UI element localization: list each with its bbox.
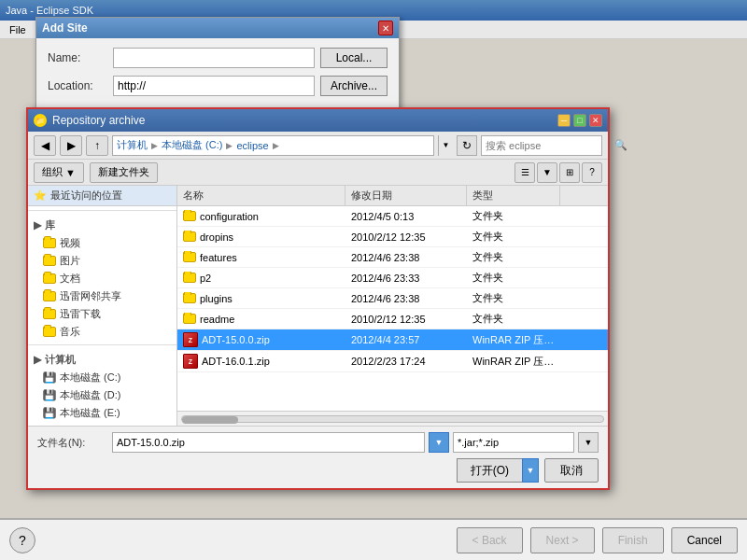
open-button[interactable]: 打开(O) [457, 458, 522, 483]
next-button[interactable]: Next > [530, 527, 595, 553]
horizontal-scrollbar[interactable] [177, 411, 608, 426]
file-cell-date: 2012/4/6 23:33 [345, 272, 467, 285]
filter-value: *.jar;*.zip [458, 437, 499, 448]
file-cell-type: WinRAR ZIP 压缩... [467, 354, 560, 370]
folder-icon [183, 314, 196, 324]
file-name: ADT-15.0.0.zip [202, 334, 270, 345]
maximize-button[interactable]: □ [573, 114, 586, 127]
table-row[interactable]: readme2010/2/12 12:35文件夹 [177, 309, 608, 329]
file-cell-date: 2012/4/4 23:57 [345, 333, 467, 346]
addr-segment-eclipse[interactable]: eclipse [236, 140, 268, 151]
name-input[interactable] [113, 48, 315, 68]
table-row[interactable]: ZADT-15.0.0.zip2012/4/4 23:57WinRAR ZIP … [177, 329, 608, 351]
file-cell-type: 文件夹 [467, 270, 560, 286]
menu-file[interactable]: File [4, 21, 32, 39]
repo-toolbar2: 组织 ▼ 新建文件夹 ☰ ▼ ⊞ ? [28, 160, 608, 186]
zip-icon: Z [183, 332, 198, 347]
search-icon[interactable]: 🔍 [614, 139, 627, 151]
file-cell-name: ZADT-15.0.0.zip [177, 331, 345, 348]
back-button[interactable]: < Back [457, 527, 523, 553]
repo-content: ⭐ 最近访问的位置 ▶ 库 视频 图片 文档 迅雷网邻共享 [28, 186, 608, 426]
left-item-drive-c[interactable]: 💾 本地磁盘 (C:) [28, 369, 176, 386]
scrollbar-thumb[interactable] [182, 416, 238, 424]
view-details-button[interactable]: ⊞ [559, 162, 580, 183]
eclipse-bottom-bar: ? < Back Next > Finish Cancel [0, 518, 747, 560]
left-item-music[interactable]: 音乐 [28, 323, 176, 341]
addr-segment-computer[interactable]: 计算机 [117, 138, 148, 152]
organize-label: 组织 [42, 165, 63, 179]
video-label: 视频 [60, 236, 80, 250]
right-panel: 名称 修改日期 类型 configuration2012/4/5 0:13文件夹… [177, 186, 608, 426]
col-header-date[interactable]: 修改日期 [345, 186, 467, 205]
drive-icon-c: 💾 [43, 372, 56, 383]
open-dropdown-arrow[interactable]: ▼ [522, 458, 539, 483]
addr-segment-disk[interactable]: 本地磁盘 (C:) [162, 138, 222, 152]
file-cell-type: 文件夹 [467, 311, 560, 327]
search-input[interactable] [486, 140, 614, 151]
file-cell-name: features [177, 251, 345, 264]
refresh-button[interactable]: ↻ [457, 135, 477, 156]
finish-button[interactable]: Finish [602, 527, 664, 553]
table-row[interactable]: ZADT-16.0.1.zip2012/2/23 17:24WinRAR ZIP… [177, 351, 608, 372]
filename-input[interactable] [112, 432, 425, 453]
table-row[interactable]: p22012/4/6 23:33文件夹 [177, 268, 608, 288]
add-site-close-button[interactable]: ✕ [378, 21, 393, 35]
forward-nav-button[interactable]: ▶ [60, 135, 82, 156]
cancel-dialog-button[interactable]: 取消 [544, 458, 599, 483]
organize-button[interactable]: 组织 ▼ [34, 162, 84, 183]
archive-button[interactable]: Archive... [320, 76, 388, 96]
left-item-xunlei-download[interactable]: 迅雷下载 [28, 305, 176, 323]
repo-titlebar-left: 📁 Repository archive [34, 114, 145, 127]
open-button-group: 打开(O) ▼ [457, 458, 539, 483]
up-nav-button[interactable]: ↑ [86, 135, 108, 156]
filter-dropdown-button[interactable]: ▼ [578, 432, 599, 453]
table-row[interactable]: plugins2012/4/6 23:38文件夹 [177, 288, 608, 309]
library-arrow: ▶ [34, 219, 41, 231]
drive-icon-e: 💾 [43, 408, 56, 418]
file-cell-date: 2012/4/6 23:38 [345, 292, 467, 305]
file-name: readme [200, 314, 234, 325]
library-label: 库 [45, 218, 55, 232]
filter-input[interactable]: *.jar;*.zip [453, 432, 574, 453]
file-cell-name: dropins [177, 231, 345, 244]
table-row[interactable]: configuration2012/4/5 0:13文件夹 [177, 206, 608, 227]
view-list-button[interactable]: ☰ [514, 162, 535, 183]
back-nav-button[interactable]: ◀ [34, 135, 56, 156]
view-dropdown-button[interactable]: ▼ [537, 162, 557, 183]
cancel-button[interactable]: Cancel [671, 527, 738, 553]
recent-label: 最近访问的位置 [50, 189, 122, 203]
address-dropdown-button[interactable]: ▼ [438, 135, 453, 156]
address-bar[interactable]: 计算机 ▶ 本地磁盘 (C:) ▶ eclipse ▶ [112, 135, 434, 156]
file-cell-name: configuration [177, 210, 345, 223]
left-item-pictures[interactable]: 图片 [28, 252, 176, 270]
new-folder-label: 新建文件夹 [98, 165, 149, 179]
left-item-drive-e[interactable]: 💾 本地磁盘 (E:) [28, 404, 176, 422]
local-button[interactable]: Local... [320, 48, 388, 68]
file-name: ADT-16.0.1.zip [202, 356, 270, 367]
repo-title: Repository archive [52, 114, 145, 127]
folder-icon-video [43, 238, 56, 248]
addr-arrow-3: ▶ [273, 141, 279, 150]
minimize-button[interactable]: ─ [557, 114, 571, 127]
left-item-video[interactable]: 视频 [28, 234, 176, 252]
file-cell-type: 文件夹 [467, 208, 560, 224]
eclipse-title: Java - Eclipse SDK [6, 5, 93, 16]
file-cell-date: 2010/2/12 12:35 [345, 313, 467, 326]
col-header-name[interactable]: 名称 [177, 186, 345, 205]
help-button[interactable]: ? [9, 527, 35, 553]
file-cell-name: p2 [177, 272, 345, 285]
divider-2 [28, 344, 176, 345]
table-row[interactable]: features2012/4/6 23:38文件夹 [177, 247, 608, 268]
location-input[interactable] [113, 76, 315, 96]
close-button[interactable]: ✕ [589, 114, 602, 127]
new-folder-button[interactable]: 新建文件夹 [90, 162, 158, 183]
addr-arrow-2: ▶ [226, 141, 233, 150]
filename-dropdown-button[interactable]: ▼ [429, 432, 449, 453]
file-cell-date: 2012/4/5 0:13 [345, 210, 467, 223]
left-item-xunlei-share[interactable]: 迅雷网邻共享 [28, 287, 176, 305]
view-help-button[interactable]: ? [582, 162, 602, 183]
col-header-type[interactable]: 类型 [467, 186, 560, 205]
left-item-docs[interactable]: 文档 [28, 270, 176, 287]
left-item-drive-d[interactable]: 💾 本地磁盘 (D:) [28, 386, 176, 404]
table-row[interactable]: dropins2010/2/12 12:35文件夹 [177, 227, 608, 247]
